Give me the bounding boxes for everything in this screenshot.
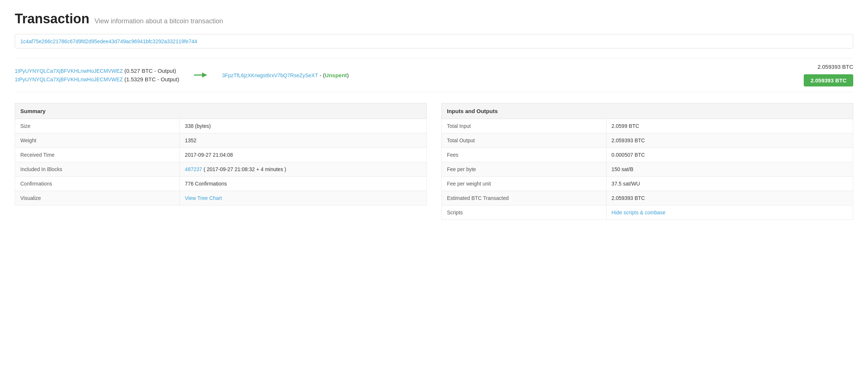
summary-table: Summary Size 338 (bytes) Weight 1352 Rec… xyxy=(15,103,427,205)
tx-outputs: 3FpzTfL6jzXKrwgst6rxV7bQ7RseZySeXT - (Un… xyxy=(222,64,853,86)
label-confirmations: Confirmations xyxy=(15,177,180,191)
label-fee-per-wu: Fee per weight unit xyxy=(442,177,606,191)
input-amount-2: (1.5329 BTC - Output) xyxy=(124,76,179,82)
table-row: Fee per byte 150 sat/B xyxy=(442,162,853,177)
block-time: ( 2017-09-27 21:08:32 + 4 minutes ) xyxy=(204,166,286,172)
value-scripts: Hide scripts & coinbase xyxy=(606,205,853,220)
label-total-output: Total Output xyxy=(442,133,606,148)
output-status-badge: Unspent xyxy=(325,72,347,78)
label-total-input: Total Input xyxy=(442,119,606,133)
output-status-close: ) xyxy=(347,72,349,78)
value-fee-per-wu: 37.5 sat/WU xyxy=(606,177,853,191)
value-fee-per-byte: 150 sat/B xyxy=(606,162,853,177)
tables-row: Summary Size 338 (bytes) Weight 1352 Rec… xyxy=(15,103,853,220)
input-address-2[interactable]: 1tPyUYNYQLCa7XjBFVKHLnwHoJECMVWEZ xyxy=(15,76,123,82)
tx-flow: 1tPyUYNYQLCa7XjBFVKHLnwHoJECMVWEZ (0.527… xyxy=(15,58,853,92)
view-tree-chart-link[interactable]: View Tree Chart xyxy=(185,195,222,201)
page-title: Transaction xyxy=(15,11,89,27)
inputs-outputs-section: Inputs and Outputs Total Input 2.0599 BT… xyxy=(441,103,853,220)
inputs-outputs-heading: Inputs and Outputs xyxy=(442,103,853,119)
table-row: Included In Blocks 487237 ( 2017-09-27 2… xyxy=(15,162,427,177)
value-confirmations: 776 Confirmations xyxy=(180,177,426,191)
table-row: Total Output 2.059393 BTC xyxy=(442,133,853,148)
value-included-blocks: 487237 ( 2017-09-27 21:08:32 + 4 minutes… xyxy=(180,162,426,177)
page-header: Transaction View information about a bit… xyxy=(15,11,853,27)
summary-heading: Summary xyxy=(15,103,427,119)
tx-output-right: 2.059393 BTC 2.059393 BTC xyxy=(804,64,853,86)
value-weight: 1352 xyxy=(180,133,426,148)
label-fees: Fees xyxy=(442,148,606,162)
table-row: Scripts Hide scripts & coinbase xyxy=(442,205,853,220)
table-row: Fee per weight unit 37.5 sat/WU xyxy=(442,177,853,191)
value-total-output: 2.059393 BTC xyxy=(606,133,853,148)
table-row: Size 338 (bytes) xyxy=(15,119,427,133)
tx-hash-link[interactable]: 1c4af75e266c21786c67d9fd2d95edee43d749ac… xyxy=(20,38,197,44)
table-row: Weight 1352 xyxy=(15,133,427,148)
value-estimated-btc: 2.059393 BTC xyxy=(606,191,853,205)
table-row: Fees 0.000507 BTC xyxy=(442,148,853,162)
svg-marker-1 xyxy=(202,72,207,78)
label-visualize: Visualize xyxy=(15,191,180,205)
output-status-separator: - ( xyxy=(319,72,325,78)
value-fees: 0.000507 BTC xyxy=(606,148,853,162)
tx-total-badge: 2.059393 BTC xyxy=(804,74,853,86)
table-row: Confirmations 776 Confirmations xyxy=(15,177,427,191)
table-row: Estimated BTC Transacted 2.059393 BTC xyxy=(442,191,853,205)
value-size: 338 (bytes) xyxy=(180,119,426,133)
label-scripts: Scripts xyxy=(442,205,606,220)
value-received-time: 2017-09-27 21:04:08 xyxy=(180,148,426,162)
table-row: Received Time 2017-09-27 21:04:08 xyxy=(15,148,427,162)
output-amount: 2.059393 BTC xyxy=(817,64,853,70)
input-amount-1: (0.527 BTC - Output) xyxy=(124,68,176,74)
label-weight: Weight xyxy=(15,133,180,148)
page-subtitle: View information about a bitcoin transac… xyxy=(95,17,223,25)
tx-inputs: 1tPyUYNYQLCa7XjBFVKHLnwHoJECMVWEZ (0.527… xyxy=(15,68,179,82)
value-visualize: View Tree Chart xyxy=(180,191,426,205)
tx-hash-bar: 1c4af75e266c21786c67d9fd2d95edee43d749ac… xyxy=(15,34,853,48)
input-address-1[interactable]: 1tPyUYNYQLCa7XjBFVKHLnwHoJECMVWEZ xyxy=(15,68,123,74)
label-fee-per-byte: Fee per byte xyxy=(442,162,606,177)
tx-input-2: 1tPyUYNYQLCa7XjBFVKHLnwHoJECMVWEZ (1.532… xyxy=(15,76,179,82)
arrow-right-icon xyxy=(194,71,207,79)
block-link[interactable]: 487237 xyxy=(185,166,202,172)
output-address[interactable]: 3FpzTfL6jzXKrwgst6rxV7bQ7RseZySeXT xyxy=(222,72,318,78)
label-estimated-btc: Estimated BTC Transacted xyxy=(442,191,606,205)
label-included-blocks: Included In Blocks xyxy=(15,162,180,177)
hide-scripts-link[interactable]: Hide scripts & coinbase xyxy=(612,210,666,215)
label-received-time: Received Time xyxy=(15,148,180,162)
label-size: Size xyxy=(15,119,180,133)
tx-output-left: 3FpzTfL6jzXKrwgst6rxV7bQ7RseZySeXT - (Un… xyxy=(222,72,349,78)
tx-output-row: 3FpzTfL6jzXKrwgst6rxV7bQ7RseZySeXT - (Un… xyxy=(222,72,349,78)
summary-section: Summary Size 338 (bytes) Weight 1352 Rec… xyxy=(15,103,427,220)
table-row: Visualize View Tree Chart xyxy=(15,191,427,205)
tx-arrow xyxy=(194,71,207,79)
inputs-outputs-table: Inputs and Outputs Total Input 2.0599 BT… xyxy=(441,103,853,220)
value-total-input: 2.0599 BTC xyxy=(606,119,853,133)
table-row: Total Input 2.0599 BTC xyxy=(442,119,853,133)
tx-input-1: 1tPyUYNYQLCa7XjBFVKHLnwHoJECMVWEZ (0.527… xyxy=(15,68,179,74)
